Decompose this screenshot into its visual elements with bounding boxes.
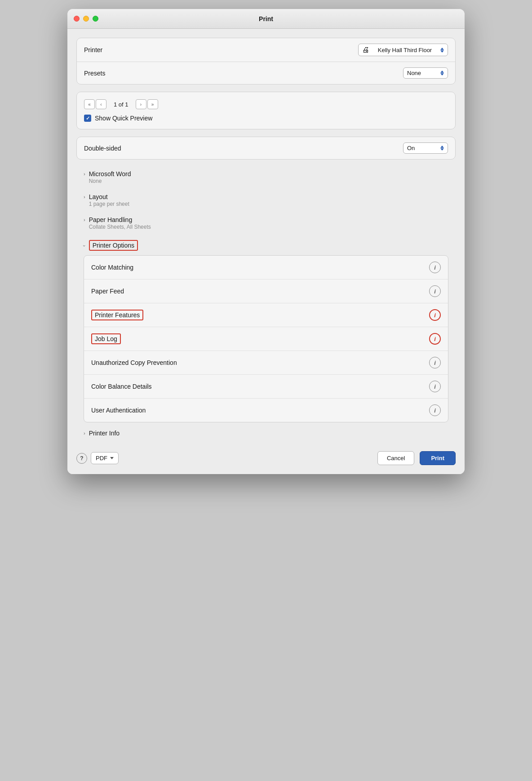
- layout-subtitle: 1 page per sheet: [89, 201, 129, 207]
- prev-page-button[interactable]: ‹: [96, 99, 106, 109]
- section-microsoft-word: Microsoft Word None: [76, 167, 456, 188]
- arrow-up-icon: [440, 48, 444, 50]
- paper-feed-label: Paper Feed: [91, 288, 124, 295]
- pdf-label: PDF: [96, 455, 107, 462]
- option-paper-feed: Paper Feed i: [84, 280, 448, 303]
- checkmark-icon: ✓: [86, 115, 90, 121]
- section-printer-options: Printer Options Color Matching i Paper F…: [76, 235, 456, 422]
- paper-handling-text: Paper Handling Collate Sheets, All Sheet…: [89, 216, 151, 230]
- color-matching-label: Color Matching: [91, 264, 133, 271]
- microsoft-word-text: Microsoft Word None: [89, 170, 131, 184]
- chevron-right-icon: [84, 217, 85, 222]
- print-dialog: Print Printer 🖨 Kelly Hall Third Floor P…: [67, 9, 465, 474]
- page-navigation: « ‹ 1 of 1 › »: [84, 99, 448, 109]
- quick-preview-label: Show Quick Preview: [95, 115, 152, 122]
- arrow-up-icon: [440, 146, 444, 148]
- collapsible-sections: Microsoft Word None Layout 1 page per sh…: [76, 167, 456, 440]
- first-page-button[interactable]: «: [84, 99, 95, 109]
- option-user-auth: User Authentication i: [84, 399, 448, 422]
- quick-preview-checkbox[interactable]: ✓: [84, 115, 91, 122]
- printer-presets-card: Printer 🖨 Kelly Hall Third Floor Presets…: [76, 38, 456, 84]
- traffic-lights: [74, 16, 98, 22]
- double-sided-card: Double-sided On: [76, 137, 456, 160]
- printer-select[interactable]: 🖨 Kelly Hall Third Floor: [358, 44, 448, 56]
- close-button[interactable]: [74, 16, 80, 22]
- paper-handling-header[interactable]: Paper Handling Collate Sheets, All Sheet…: [76, 213, 456, 234]
- printer-value: Kelly Hall Third Floor: [378, 47, 432, 53]
- presets-select[interactable]: None: [403, 67, 448, 79]
- color-balance-label: Color Balance Details: [91, 383, 152, 390]
- printer-info-title: Printer Info: [89, 430, 120, 437]
- preview-section: « ‹ 1 of 1 › » ✓ Show Quick Preview: [76, 92, 456, 129]
- cancel-button[interactable]: Cancel: [377, 451, 414, 465]
- microsoft-word-header[interactable]: Microsoft Word None: [76, 167, 456, 188]
- unauthorized-copy-info-button[interactable]: i: [429, 357, 441, 368]
- microsoft-word-subtitle: None: [89, 178, 131, 184]
- chevron-right-icon: [84, 171, 85, 177]
- printer-options-header[interactable]: Printer Options: [76, 235, 456, 255]
- minimize-button[interactable]: [83, 16, 89, 22]
- section-printer-info: Printer Info: [76, 426, 456, 440]
- printer-info-text: Printer Info: [89, 430, 120, 437]
- printer-info-header[interactable]: Printer Info: [76, 426, 456, 440]
- layout-header[interactable]: Layout 1 page per sheet: [76, 190, 456, 211]
- option-color-matching: Color Matching i: [84, 256, 448, 280]
- layout-text: Layout 1 page per sheet: [89, 193, 129, 207]
- paper-feed-info-button[interactable]: i: [429, 285, 441, 297]
- user-auth-info-button[interactable]: i: [429, 404, 441, 416]
- user-auth-label: User Authentication: [91, 407, 146, 414]
- left-actions: ? PDF: [76, 452, 119, 464]
- double-sided-value: On: [407, 145, 415, 151]
- printer-row: Printer 🖨 Kelly Hall Third Floor: [77, 38, 455, 62]
- layout-title: Layout: [89, 193, 129, 200]
- chevron-right-icon: [84, 194, 85, 200]
- paper-handling-subtitle: Collate Sheets, All Sheets: [89, 224, 151, 230]
- printer-options-title: Printer Options: [89, 240, 138, 251]
- titlebar: Print: [67, 9, 465, 29]
- printer-features-label: Printer Features: [91, 310, 143, 320]
- bottom-bar: ? PDF Cancel Print: [76, 444, 456, 465]
- presets-label: Presets: [84, 70, 105, 77]
- printer-arrows: [440, 48, 444, 53]
- job-log-label: Job Log: [91, 333, 121, 344]
- option-color-balance: Color Balance Details i: [84, 375, 448, 399]
- page-indicator: 1 of 1: [114, 101, 129, 108]
- content-area: Printer 🖨 Kelly Hall Third Floor Presets…: [67, 29, 465, 474]
- job-log-info-button[interactable]: i: [429, 333, 441, 345]
- last-page-button[interactable]: »: [147, 99, 158, 109]
- printer-icon: 🖨: [362, 46, 369, 54]
- arrow-up-icon: [440, 71, 444, 73]
- presets-row: Presets None: [77, 62, 455, 84]
- help-button[interactable]: ?: [76, 453, 87, 464]
- section-layout: Layout 1 page per sheet: [76, 190, 456, 211]
- next-page-button[interactable]: ›: [136, 99, 146, 109]
- nav-buttons-left: « ‹: [84, 99, 106, 109]
- section-paper-handling: Paper Handling Collate Sheets, All Sheet…: [76, 213, 456, 234]
- printer-label: Printer: [84, 46, 102, 53]
- pdf-button[interactable]: PDF: [91, 452, 119, 464]
- right-actions: Cancel Print: [377, 451, 456, 465]
- maximize-button[interactable]: [93, 16, 98, 22]
- arrow-down-icon: [440, 73, 444, 75]
- double-sided-select[interactable]: On: [403, 142, 448, 154]
- color-matching-info-button[interactable]: i: [429, 262, 441, 273]
- printer-features-info-button[interactable]: i: [429, 309, 441, 321]
- printer-options-list: Color Matching i Paper Feed i Printer Fe…: [84, 255, 448, 422]
- pdf-dropdown-arrow-icon: [110, 457, 114, 459]
- help-label: ?: [80, 455, 83, 462]
- chevron-down-icon: [84, 243, 85, 248]
- window-title: Print: [259, 15, 273, 22]
- presets-arrows: [440, 71, 444, 75]
- microsoft-word-title: Microsoft Word: [89, 170, 131, 178]
- nav-buttons-right: › »: [136, 99, 158, 109]
- print-button[interactable]: Print: [420, 451, 456, 465]
- arrow-down-icon: [440, 148, 444, 151]
- color-balance-info-button[interactable]: i: [429, 381, 441, 392]
- double-sided-arrows: [440, 146, 444, 151]
- option-printer-features: Printer Features i: [84, 303, 448, 327]
- presets-value: None: [407, 70, 421, 76]
- arrow-down-icon: [440, 50, 444, 53]
- option-unauthorized-copy: Unauthorized Copy Prevention i: [84, 351, 448, 375]
- unauthorized-copy-label: Unauthorized Copy Prevention: [91, 359, 177, 366]
- double-sided-label: Double-sided: [84, 145, 121, 152]
